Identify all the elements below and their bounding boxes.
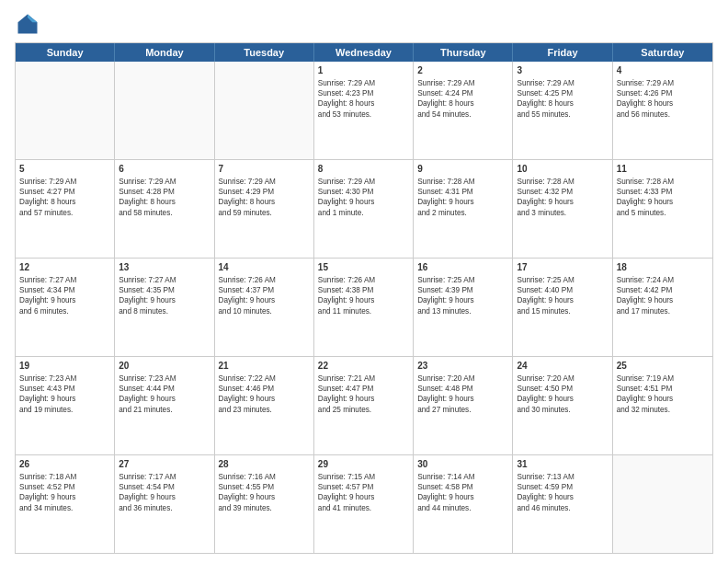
day-info: Sunrise: 7:18 AM Sunset: 4:52 PM Dayligh…: [19, 472, 110, 514]
day-cell: 8Sunrise: 7:29 AM Sunset: 4:30 PM Daylig…: [314, 160, 414, 258]
day-info: Sunrise: 7:19 AM Sunset: 4:51 PM Dayligh…: [617, 373, 709, 416]
week-row: 1Sunrise: 7:29 AM Sunset: 4:23 PM Daylig…: [16, 62, 712, 159]
day-number: 22: [318, 360, 409, 373]
day-info: Sunrise: 7:27 AM Sunset: 4:35 PM Dayligh…: [119, 275, 210, 317]
day-info: Sunrise: 7:26 AM Sunset: 4:37 PM Dayligh…: [219, 275, 310, 317]
day-cell: 6Sunrise: 7:29 AM Sunset: 4:28 PM Daylig…: [115, 160, 214, 258]
day-number: 4: [617, 64, 709, 77]
day-cell: 5Sunrise: 7:29 AM Sunset: 4:27 PM Daylig…: [16, 160, 115, 258]
day-number: 5: [19, 163, 110, 176]
header: [15, 11, 713, 37]
day-cell: 30Sunrise: 7:14 AM Sunset: 4:58 PM Dayli…: [414, 455, 513, 553]
day-cell: 27Sunrise: 7:17 AM Sunset: 4:54 PM Dayli…: [115, 455, 214, 553]
day-number: 15: [318, 261, 409, 274]
day-cell: 15Sunrise: 7:26 AM Sunset: 4:38 PM Dayli…: [314, 259, 414, 356]
day-info: Sunrise: 7:15 AM Sunset: 4:57 PM Dayligh…: [318, 472, 409, 514]
week-row: 12Sunrise: 7:27 AM Sunset: 4:34 PM Dayli…: [16, 258, 712, 356]
day-number: 3: [517, 64, 608, 77]
day-info: Sunrise: 7:25 AM Sunset: 4:39 PM Dayligh…: [417, 275, 508, 317]
day-info: Sunrise: 7:25 AM Sunset: 4:40 PM Dayligh…: [517, 275, 608, 317]
day-number: 29: [318, 458, 409, 471]
day-cell: 21Sunrise: 7:22 AM Sunset: 4:46 PM Dayli…: [215, 357, 314, 454]
day-number: 25: [617, 360, 709, 373]
day-info: Sunrise: 7:22 AM Sunset: 4:46 PM Dayligh…: [219, 373, 310, 416]
day-header: Thursday: [414, 43, 513, 62]
day-number: 26: [19, 458, 110, 471]
day-number: 28: [219, 458, 310, 471]
day-cell: [16, 62, 115, 159]
day-number: 23: [417, 360, 508, 373]
page: SundayMondayTuesdayWednesdayThursdayFrid…: [0, 0, 728, 563]
day-info: Sunrise: 7:29 AM Sunset: 4:29 PM Dayligh…: [219, 177, 310, 219]
day-info: Sunrise: 7:27 AM Sunset: 4:34 PM Dayligh…: [19, 275, 110, 317]
day-number: 9: [417, 163, 508, 176]
day-number: 1: [318, 64, 409, 77]
day-number: 21: [219, 360, 310, 373]
day-info: Sunrise: 7:17 AM Sunset: 4:54 PM Dayligh…: [119, 472, 210, 514]
day-cell: 12Sunrise: 7:27 AM Sunset: 4:34 PM Dayli…: [16, 259, 115, 356]
day-info: Sunrise: 7:24 AM Sunset: 4:42 PM Dayligh…: [617, 275, 709, 317]
day-cell: 24Sunrise: 7:20 AM Sunset: 4:50 PM Dayli…: [513, 357, 612, 454]
day-info: Sunrise: 7:28 AM Sunset: 4:31 PM Dayligh…: [417, 177, 508, 219]
day-number: 6: [119, 163, 210, 176]
day-info: Sunrise: 7:29 AM Sunset: 4:24 PM Dayligh…: [417, 78, 508, 121]
day-cell: [215, 62, 314, 159]
week-row: 26Sunrise: 7:18 AM Sunset: 4:52 PM Dayli…: [16, 454, 712, 553]
calendar-body: 1Sunrise: 7:29 AM Sunset: 4:23 PM Daylig…: [16, 62, 712, 553]
day-headers: SundayMondayTuesdayWednesdayThursdayFrid…: [16, 43, 712, 62]
day-cell: 20Sunrise: 7:23 AM Sunset: 4:44 PM Dayli…: [115, 357, 214, 454]
day-info: Sunrise: 7:13 AM Sunset: 4:59 PM Dayligh…: [517, 472, 608, 514]
day-cell: 31Sunrise: 7:13 AM Sunset: 4:59 PM Dayli…: [513, 455, 612, 553]
day-info: Sunrise: 7:14 AM Sunset: 4:58 PM Dayligh…: [417, 472, 508, 514]
day-cell: 25Sunrise: 7:19 AM Sunset: 4:51 PM Dayli…: [613, 357, 712, 454]
day-cell: 26Sunrise: 7:18 AM Sunset: 4:52 PM Dayli…: [16, 455, 115, 553]
day-cell: 29Sunrise: 7:15 AM Sunset: 4:57 PM Dayli…: [314, 455, 414, 553]
day-number: 30: [417, 458, 508, 471]
logo: [15, 11, 44, 37]
day-cell: 2Sunrise: 7:29 AM Sunset: 4:24 PM Daylig…: [414, 62, 513, 159]
day-cell: 1Sunrise: 7:29 AM Sunset: 4:23 PM Daylig…: [314, 62, 414, 159]
day-number: 18: [617, 261, 709, 274]
day-info: Sunrise: 7:20 AM Sunset: 4:48 PM Dayligh…: [417, 373, 508, 416]
day-info: Sunrise: 7:20 AM Sunset: 4:50 PM Dayligh…: [517, 373, 608, 416]
week-row: 19Sunrise: 7:23 AM Sunset: 4:43 PM Dayli…: [16, 356, 712, 454]
day-number: 14: [219, 261, 310, 274]
day-info: Sunrise: 7:29 AM Sunset: 4:25 PM Dayligh…: [517, 78, 608, 121]
day-number: 8: [318, 163, 409, 176]
day-number: 12: [19, 261, 110, 274]
day-cell: 9Sunrise: 7:28 AM Sunset: 4:31 PM Daylig…: [414, 160, 513, 258]
day-info: Sunrise: 7:16 AM Sunset: 4:55 PM Dayligh…: [219, 472, 310, 514]
day-number: 20: [119, 360, 210, 373]
day-info: Sunrise: 7:29 AM Sunset: 4:23 PM Dayligh…: [318, 78, 409, 121]
day-cell: 10Sunrise: 7:28 AM Sunset: 4:32 PM Dayli…: [513, 160, 612, 258]
day-info: Sunrise: 7:23 AM Sunset: 4:44 PM Dayligh…: [119, 373, 210, 416]
day-info: Sunrise: 7:29 AM Sunset: 4:30 PM Dayligh…: [318, 177, 409, 219]
day-number: 16: [417, 261, 508, 274]
day-number: 27: [119, 458, 210, 471]
day-header: Friday: [513, 43, 612, 62]
day-info: Sunrise: 7:29 AM Sunset: 4:27 PM Dayligh…: [19, 177, 110, 219]
logo-icon: [15, 11, 40, 37]
day-cell: 13Sunrise: 7:27 AM Sunset: 4:35 PM Dayli…: [115, 259, 214, 356]
week-row: 5Sunrise: 7:29 AM Sunset: 4:27 PM Daylig…: [16, 159, 712, 258]
day-header: Sunday: [16, 43, 115, 62]
day-cell: 16Sunrise: 7:25 AM Sunset: 4:39 PM Dayli…: [414, 259, 513, 356]
day-cell: 18Sunrise: 7:24 AM Sunset: 4:42 PM Dayli…: [613, 259, 712, 356]
day-number: 17: [517, 261, 608, 274]
day-cell: 17Sunrise: 7:25 AM Sunset: 4:40 PM Dayli…: [513, 259, 612, 356]
day-header: Wednesday: [314, 43, 414, 62]
day-number: 7: [219, 163, 310, 176]
day-cell: 7Sunrise: 7:29 AM Sunset: 4:29 PM Daylig…: [215, 160, 314, 258]
day-number: 31: [517, 458, 608, 471]
day-cell: 22Sunrise: 7:21 AM Sunset: 4:47 PM Dayli…: [314, 357, 414, 454]
day-number: 19: [19, 360, 110, 373]
day-number: 11: [617, 163, 709, 176]
day-info: Sunrise: 7:21 AM Sunset: 4:47 PM Dayligh…: [318, 373, 409, 416]
day-info: Sunrise: 7:28 AM Sunset: 4:32 PM Dayligh…: [517, 177, 608, 219]
day-header: Monday: [115, 43, 214, 62]
day-cell: 23Sunrise: 7:20 AM Sunset: 4:48 PM Dayli…: [414, 357, 513, 454]
day-cell: [115, 62, 214, 159]
day-info: Sunrise: 7:29 AM Sunset: 4:28 PM Dayligh…: [119, 177, 210, 219]
day-number: 2: [417, 64, 508, 77]
day-info: Sunrise: 7:23 AM Sunset: 4:43 PM Dayligh…: [19, 373, 110, 416]
